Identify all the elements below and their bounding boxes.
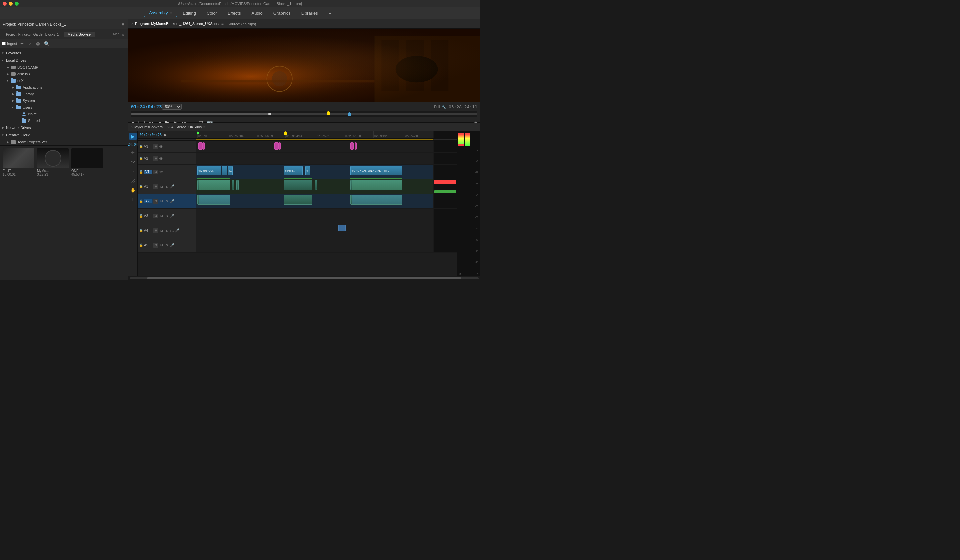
- mic-icon-a1[interactable]: 🎤: [170, 184, 174, 189]
- horizontal-scrollbar[interactable]: [130, 277, 478, 279]
- lock-icon-a3[interactable]: 🔒: [139, 214, 143, 218]
- clip-v1-master-jen[interactable]: fx Master JEN: [197, 166, 221, 175]
- tree-item-claire[interactable]: claire: [0, 110, 128, 117]
- clip-v3-3[interactable]: [350, 142, 354, 150]
- program-monitor-tab[interactable]: ✕ Program: MyMumsBonkers_H264_Stereo_UKS…: [131, 20, 224, 27]
- mic-icon-a3[interactable]: 🎤: [170, 214, 174, 218]
- wand-tool-button[interactable]: ✦: [19, 41, 25, 46]
- ingest-check-input[interactable]: [2, 42, 6, 45]
- filter-button[interactable]: ⊿: [27, 41, 33, 46]
- scrubber-bar[interactable]: [131, 110, 477, 117]
- tree-item-team-projects[interactable]: ▶ Team Projects Ver...: [0, 139, 128, 146]
- clip-v3-2[interactable]: [274, 142, 279, 150]
- slip-tool-button[interactable]: ↔: [130, 168, 137, 175]
- text-tool-button[interactable]: T: [130, 196, 137, 203]
- media-thumb-flut[interactable]: FLUT... 10:00:01: [3, 148, 34, 176]
- track-settings-a4[interactable]: ⊞: [153, 228, 158, 233]
- source-monitor-tab[interactable]: Source: (no clips): [228, 21, 256, 27]
- tree-item-applications[interactable]: ▶ Applications: [0, 84, 128, 91]
- more-tabs-button[interactable]: »: [324, 9, 336, 17]
- eye-icon-v2[interactable]: 👁: [159, 157, 163, 161]
- tab-editing[interactable]: Editing: [178, 9, 201, 17]
- mic-icon-a4[interactable]: 🎤: [175, 228, 180, 233]
- view-toggle-button[interactable]: ◎: [35, 41, 41, 46]
- clip-a2-2[interactable]: [284, 195, 312, 205]
- track-settings-a5[interactable]: ⊞: [153, 243, 158, 248]
- solo-button-a5[interactable]: S: [165, 243, 169, 247]
- timeline-tab[interactable]: ✕ MyMumsBonkers_H264_Stereo_UKSubs ≡: [130, 125, 205, 130]
- solo-button-a3[interactable]: S: [165, 214, 169, 218]
- search-button[interactable]: 🔍: [43, 41, 51, 46]
- close-button[interactable]: [3, 2, 7, 6]
- mute-button-a2[interactable]: M: [159, 199, 164, 203]
- eye-icon-v3[interactable]: 👁: [159, 145, 163, 149]
- expand-panel-button[interactable]: »: [121, 32, 125, 37]
- clip-a1-5[interactable]: [315, 180, 317, 190]
- panel-menu-button[interactable]: ≡: [121, 22, 125, 27]
- tab-graphics[interactable]: Graphics: [269, 9, 295, 17]
- track-settings-a1[interactable]: ⊞: [153, 184, 158, 189]
- tree-item-system[interactable]: ▶ System: [0, 98, 128, 104]
- zoom-select[interactable]: 50% 25% 75% 100% Full: [162, 104, 182, 110]
- clip-v3-3b[interactable]: [355, 142, 357, 150]
- favorites-section[interactable]: ▾ Favorites: [0, 50, 128, 57]
- solo-button-a2[interactable]: S: [165, 199, 169, 203]
- track-settings-v3[interactable]: ⊞: [153, 144, 158, 149]
- scroll-thumb[interactable]: [147, 277, 461, 279]
- ingest-checkbox[interactable]: Ingest: [2, 42, 17, 46]
- clip-v1-impo[interactable]: fx Impo...: [284, 166, 302, 175]
- track-content-a2[interactable]: [196, 194, 434, 208]
- mic-icon-a2[interactable]: 🎤: [170, 199, 174, 203]
- timeline-scrollbar[interactable]: [128, 276, 480, 280]
- media-thumb-mymu[interactable]: MyMu... 3:22:23: [37, 148, 69, 176]
- track-content-v2[interactable]: [196, 153, 434, 164]
- local-drives-section[interactable]: ▾ Local Drives: [0, 57, 128, 64]
- eye-icon-v1[interactable]: 👁: [159, 170, 163, 174]
- clip-v1-lum[interactable]: Lum: [228, 166, 233, 175]
- tab-assembly[interactable]: Assembly ≡: [144, 9, 177, 18]
- minimize-button[interactable]: [9, 2, 13, 6]
- track-content-v3[interactable]: [196, 141, 434, 152]
- media-browser-tab[interactable]: Media Browser: [64, 32, 95, 37]
- clip-a1-4[interactable]: [284, 180, 312, 190]
- tab-libraries[interactable]: Libraries: [297, 9, 323, 17]
- lock-icon-v3[interactable]: 🔒: [139, 145, 143, 148]
- tab-color[interactable]: Color: [202, 9, 222, 17]
- clip-a2-1[interactable]: [197, 195, 231, 205]
- tree-item-disk0s3[interactable]: ▶ disk0s3: [0, 71, 128, 77]
- clip-a4-1[interactable]: [338, 225, 345, 231]
- hand-tool-button[interactable]: ✋: [130, 186, 137, 194]
- close-icon[interactable]: ✕: [131, 22, 134, 25]
- track-settings-v2[interactable]: ⊞: [153, 156, 158, 161]
- program-monitor-menu-icon[interactable]: ≡: [221, 21, 224, 26]
- tree-item-library[interactable]: ▶ Library: [0, 91, 128, 98]
- track-settings-a3[interactable]: ⊞: [153, 214, 158, 218]
- clip-v3-1[interactable]: [198, 142, 203, 150]
- ripple-tool-button[interactable]: [130, 158, 137, 166]
- timeline-menu-icon[interactable]: ≡: [203, 125, 205, 130]
- lock-icon-v2[interactable]: 🔒: [139, 157, 143, 160]
- project-tab[interactable]: Project: Princeton Garden Blocks_1: [3, 32, 62, 37]
- mute-button-a3[interactable]: M: [159, 214, 164, 218]
- solo-button-a1[interactable]: S: [165, 185, 169, 189]
- mute-button-a5[interactable]: M: [159, 243, 164, 247]
- clip-v3-2b[interactable]: [279, 142, 281, 150]
- tab-effects[interactable]: Effects: [223, 9, 246, 17]
- network-drives-section[interactable]: ▶ Network Drives: [0, 124, 128, 131]
- track-select-tool-button[interactable]: ✛: [130, 149, 137, 156]
- mute-button-a4[interactable]: M: [159, 229, 164, 233]
- solo-button-a4[interactable]: S: [165, 229, 169, 233]
- clip-a2-3[interactable]: [350, 195, 403, 205]
- media-thumb-one[interactable]: ONE ... 45:53:17: [71, 148, 103, 176]
- razor-tool-button[interactable]: [130, 177, 137, 184]
- maximize-button[interactable]: [14, 2, 19, 6]
- track-content-a4[interactable]: [196, 223, 434, 238]
- selection-tool-button[interactable]: ▶: [130, 133, 137, 140]
- clip-v1-2[interactable]: [222, 166, 227, 175]
- tab-audio[interactable]: Audio: [247, 9, 267, 17]
- track-content-v1[interactable]: fx Master JEN Lum fx Imp: [196, 165, 434, 179]
- window-controls[interactable]: [3, 2, 19, 6]
- lock-icon-a5[interactable]: 🔒: [139, 243, 143, 247]
- clip-a1-3[interactable]: [236, 180, 238, 190]
- clip-v3-1b[interactable]: [203, 142, 205, 150]
